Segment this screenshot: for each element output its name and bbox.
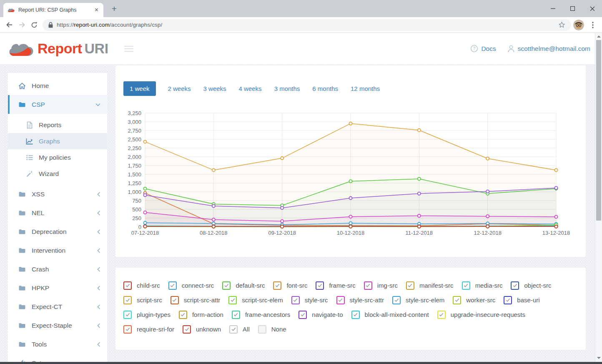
checkbox[interactable]	[222, 281, 231, 290]
report-uri-logo[interactable]: ReportURI	[9, 40, 108, 57]
range-tab-12-months[interactable]: 12 months	[344, 81, 386, 96]
checkbox[interactable]	[258, 325, 266, 334]
directive-checkbox-none[interactable]: None	[258, 325, 286, 334]
sidebar-item-my-policies[interactable]: My policies	[8, 149, 107, 166]
range-tab-3-months[interactable]: 3 months	[268, 81, 306, 96]
new-tab-button[interactable]: +	[108, 3, 120, 15]
checkbox[interactable]	[123, 325, 132, 334]
directive-checkbox-style-src-attr[interactable]: style-src-attr	[336, 296, 384, 304]
directive-checkbox-plugin-types[interactable]: plugin-types	[123, 311, 171, 319]
directive-checkbox-all[interactable]: All	[229, 325, 250, 334]
directive-checkbox-manifest-src[interactable]: manifest-src	[406, 281, 454, 290]
directive-checkbox-script-src-attr[interactable]: script-src-attr	[171, 296, 221, 304]
directive-checkbox-block-all-mixed-content[interactable]: block-all-mixed-content	[351, 311, 429, 319]
checkbox[interactable]	[179, 311, 187, 319]
directive-checkbox-style-src[interactable]: style-src	[291, 296, 328, 304]
directive-checkbox-frame-ancestors[interactable]: frame-ancestors	[232, 311, 290, 319]
checkbox[interactable]	[298, 311, 307, 319]
sidebar-item-xss[interactable]: XSS	[8, 185, 107, 203]
profile-avatar[interactable]	[573, 20, 584, 30]
checkbox[interactable]	[462, 281, 470, 290]
checkbox[interactable]	[123, 296, 132, 304]
range-tab-4-weeks[interactable]: 4 weeks	[233, 81, 268, 96]
range-tab-2-weeks[interactable]: 2 weeks	[162, 81, 197, 96]
sidebar-item-intervention[interactable]: Intervention	[8, 241, 107, 260]
scrollbar-up-arrow[interactable]	[595, 33, 602, 40]
sidebar-item-expect-ct[interactable]: Expect-CT	[8, 297, 107, 316]
range-tab-3-weeks[interactable]: 3 weeks	[197, 81, 233, 96]
checkbox[interactable]	[316, 281, 324, 290]
directive-checkbox-upgrade-insecure-requests[interactable]: upgrade-insecure-requests	[437, 311, 525, 319]
directive-checkbox-img-src[interactable]: img-src	[364, 281, 398, 290]
checkbox[interactable]	[336, 296, 345, 304]
checkbox[interactable]	[232, 311, 240, 319]
sidebar-item-expect-staple[interactable]: Expect-Staple	[8, 316, 107, 335]
directive-checkbox-media-src[interactable]: media-src	[462, 281, 503, 290]
forward-button[interactable]	[15, 19, 28, 31]
range-tab-6-months[interactable]: 6 months	[306, 81, 344, 96]
docs-link[interactable]: ? Docs	[471, 45, 496, 53]
directive-checkbox-unknown[interactable]: unknown	[183, 325, 221, 334]
folder-icon	[18, 303, 26, 311]
checkbox[interactable]	[504, 296, 512, 304]
directive-checkbox-worker-src[interactable]: worker-src	[453, 296, 495, 304]
checkbox[interactable]	[351, 311, 360, 319]
directive-checkbox-script-src[interactable]: script-src	[123, 296, 162, 304]
checkbox[interactable]	[291, 296, 300, 304]
directive-checkbox-connect-src[interactable]: connect-src	[168, 281, 214, 290]
directive-checkbox-font-src[interactable]: font-src	[273, 281, 307, 290]
sidebar-item-hpkp[interactable]: HPKP	[8, 279, 107, 297]
directive-checkbox-frame-src[interactable]: frame-src	[316, 281, 355, 290]
sidebar-item-graphs[interactable]: Graphs	[8, 133, 107, 149]
bookmark-star-icon[interactable]	[558, 21, 565, 28]
sidebar-item-crash[interactable]: Crash	[8, 260, 107, 279]
sidebar-item-csp[interactable]: CSP	[8, 95, 107, 114]
checkbox[interactable]	[229, 325, 238, 334]
checkbox[interactable]	[183, 325, 191, 334]
directive-checkbox-base-uri[interactable]: base-uri	[504, 296, 539, 304]
sidebar-item-nel[interactable]: NEL	[8, 203, 107, 222]
range-tab-1-week[interactable]: 1 week	[123, 81, 156, 96]
address-bar[interactable]: https://report-uri.com/account/graphs/cs…	[43, 19, 571, 31]
scrollbar-down-arrow[interactable]	[595, 354, 602, 361]
sidebar-item-home[interactable]: Home	[8, 76, 107, 95]
reload-button[interactable]	[28, 19, 40, 31]
checkbox[interactable]	[171, 296, 179, 304]
user-account[interactable]: scotthelme@hotmail.com	[508, 45, 590, 53]
back-button[interactable]	[3, 19, 15, 31]
checkbox[interactable]	[123, 311, 132, 319]
page-scrollbar[interactable]	[595, 33, 602, 364]
directive-checkbox-object-src[interactable]: object-src	[511, 281, 551, 290]
checkbox[interactable]	[364, 281, 372, 290]
sidebar-item-tools[interactable]: Tools	[8, 335, 107, 354]
checkbox[interactable]	[453, 296, 461, 304]
directive-checkbox-style-src-elem[interactable]: style-src-elem	[392, 296, 444, 304]
sidebar-item-deprecation[interactable]: Deprecation	[8, 222, 107, 241]
directive-checkbox-require-sri-for[interactable]: require-sri-for	[123, 325, 174, 334]
checkbox[interactable]	[437, 311, 446, 319]
sidebar-item-reports[interactable]: Reports	[8, 117, 107, 133]
checkbox[interactable]	[228, 296, 237, 304]
window-maximize-button[interactable]	[563, 0, 582, 17]
tab-close-icon[interactable]: ×	[93, 7, 100, 14]
checkbox[interactable]	[392, 296, 401, 304]
directive-checkbox-navigate-to[interactable]: navigate-to	[298, 311, 343, 319]
browser-menu-icon[interactable]	[587, 19, 599, 31]
scrollbar-thumb[interactable]	[596, 40, 601, 221]
window-minimize-button[interactable]	[543, 0, 563, 17]
legend-row: plugin-typesform-actionframe-ancestorsna…	[123, 307, 586, 322]
checkbox[interactable]	[511, 281, 519, 290]
sidebar-item-wizard[interactable]: Wizard	[8, 166, 107, 182]
directive-checkbox-default-src[interactable]: default-src	[222, 281, 265, 290]
directive-checkbox-form-action[interactable]: form-action	[179, 311, 223, 319]
hamburger-menu-icon[interactable]	[124, 46, 133, 52]
browser-tab[interactable]: Report URI: CSP Graphs ×	[3, 3, 103, 17]
checkbox[interactable]	[168, 281, 177, 290]
checkbox[interactable]	[273, 281, 281, 290]
checkbox[interactable]	[406, 281, 414, 290]
window-close-button[interactable]	[582, 0, 602, 17]
svg-text:08-12-2018: 08-12-2018	[200, 230, 228, 236]
directive-checkbox-child-src[interactable]: child-src	[123, 281, 160, 290]
directive-checkbox-script-src-elem[interactable]: script-src-elem	[228, 296, 283, 304]
checkbox[interactable]	[123, 281, 132, 290]
